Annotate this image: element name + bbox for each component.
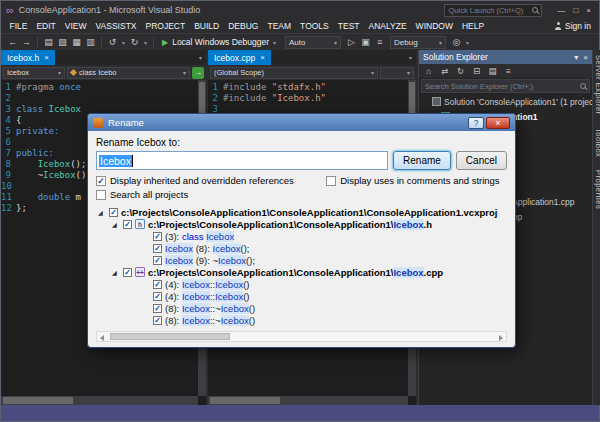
checkbox-box[interactable]: ✓ [153,280,162,289]
reference-row[interactable]: ✓ (4): Icebox::Icebox() [96,278,507,290]
navigate-forward-icon[interactable]: → [20,37,33,47]
horizontal-scrollbar[interactable] [208,396,408,405]
save-icon[interactable]: ▦ [70,37,83,47]
properties-icon[interactable]: ≡ [503,66,514,76]
debug-combo[interactable]: Debug ▾ [390,36,446,49]
menu-item[interactable]: FILE [5,21,32,31]
checkbox-box[interactable]: ✓ [153,244,162,253]
reference-row[interactable]: ✓ (8): Icebox::~Icebox() [96,302,507,314]
tab-icebox-h[interactable]: Icebox.h × [1,50,55,65]
pane-menu-icon[interactable]: ▾ [199,50,206,65]
menu-item[interactable]: TEST [333,21,364,31]
dialog-close-button[interactable]: × [486,117,510,129]
dialog-title-bar[interactable]: Rename ? × [88,114,515,131]
reference-row[interactable]: ✓ Icebox (8): Icebox(); [96,242,507,254]
menu-item[interactable]: VASSISTX [91,21,141,31]
rename-input[interactable]: Icebox [96,151,388,170]
reference-row[interactable]: ✓ (3): class Icebox [96,230,507,242]
menu-item[interactable]: TOOLS [296,21,334,31]
switch-views-icon[interactable]: ⇄ [439,66,450,76]
refresh-icon[interactable]: ↻ [455,66,466,76]
checkbox-box[interactable]: ✓ [153,316,162,325]
checkbox-box[interactable] [96,190,106,200]
pane-menu-icon[interactable]: ▾ [409,50,416,65]
quick-launch-input[interactable]: Quick Launch (Ctrl+Q) [444,4,542,17]
menu-item[interactable]: DEBUG [224,21,263,31]
breakpoints-icon[interactable]: ▣ [359,37,372,47]
window-position-icon[interactable]: ▾ [574,53,578,62]
output-icon[interactable]: ≡ [373,37,386,47]
menu-item[interactable]: HELP [457,21,488,31]
scroll-left-icon[interactable] [100,335,104,341]
close-button[interactable]: × [586,6,591,15]
menu-item[interactable]: PROJECT [141,21,190,31]
help-button[interactable]: ? [468,117,484,129]
menu-item[interactable]: ANALYZE [364,21,411,31]
expander-icon[interactable]: ◢ [112,221,120,228]
rename-button[interactable]: Rename [393,151,451,170]
title-bar[interactable]: ∞ ConsoleApplication1 - Microsoft Visual… [1,1,599,19]
checkbox-box[interactable]: ✓ [153,256,162,265]
sign-in-button[interactable]: Sign in [554,21,595,31]
checkbox[interactable]: ✓ Display inherited and overridden refer… [96,175,326,186]
close-icon[interactable]: × [583,53,588,62]
step-over-icon[interactable]: ▷ [345,37,358,47]
tool-window-tab[interactable]: Properties [594,170,600,209]
save-all-icon[interactable]: ▥ [84,37,97,47]
checkbox[interactable]: Display uses in comments and strings [326,175,507,186]
home-icon[interactable]: ⌂ [423,66,434,76]
tab-icebox-cpp[interactable]: Icebox.cpp × [208,50,271,65]
checkbox-box[interactable]: ✓ [123,268,132,277]
close-tab-icon[interactable]: × [44,53,49,62]
solution-explorer-search-input[interactable]: Search Solution Explorer (Ctrl+;) [421,79,590,93]
checkbox-box[interactable]: ✓ [153,292,162,301]
expander-icon[interactable]: ◢ [98,209,106,216]
collapse-all-icon[interactable]: ⊟ [471,66,482,76]
checkbox[interactable]: Search all projects [96,189,507,200]
horizontal-scrollbar[interactable] [1,396,198,405]
navigate-backward-icon[interactable]: ← [6,37,19,47]
checkbox-box[interactable]: ✓ [153,304,162,313]
checkbox-box[interactable]: ✓ [109,208,118,217]
definition-dropdown[interactable]: class Icebo ▾ [67,67,190,79]
context-dropdown[interactable]: Icebox ▾ [3,67,65,79]
find-icon[interactable]: ◎ [450,37,463,47]
scrollbar-thumb[interactable] [110,333,230,340]
solution-explorer-header[interactable]: Solution Explorer ▾ × [419,50,592,64]
open-file-icon[interactable]: ▧ [56,37,69,47]
undo-dropdown-icon[interactable]: ▾ [120,39,127,46]
close-tab-icon[interactable]: × [260,53,265,62]
scroll-right-icon[interactable] [499,335,503,341]
checkbox-box[interactable]: ✓ [96,176,106,186]
reference-row[interactable]: ✓ (4): Icebox::Icebox() [96,290,507,302]
tool-window-tab[interactable]: Toolbox [594,128,600,157]
undo-icon[interactable]: ↺ [106,37,119,47]
tool-window-tab[interactable]: Server Explorer [594,55,600,115]
scope-dropdown[interactable]: (Global Scope) ▾ [210,67,378,79]
horizontal-scrollbar[interactable] [96,331,507,342]
menu-item[interactable]: VIEW [60,21,91,31]
checkbox-box[interactable]: ✓ [123,220,132,229]
checkbox-box[interactable] [326,176,336,186]
menu-item[interactable]: EDIT [32,21,60,31]
maximize-button[interactable]: □ [573,6,578,15]
new-file-icon[interactable]: ▤ [42,37,55,47]
reference-row[interactable]: ✓ (8): Icebox::~Icebox() [96,314,507,326]
reference-row[interactable]: ◢ ✓ h c:\Projects\ConsoleApplication1\Co… [96,218,507,230]
tree-item[interactable]: Solution 'ConsoleApplication1' (1 projec… [419,94,592,109]
show-all-files-icon[interactable]: ▤ [487,66,498,76]
reference-row[interactable]: ◢ ✓ c:\Projects\ConsoleApplication1\Cons… [96,206,507,218]
menu-item[interactable]: BUILD [190,21,224,31]
auto-combo[interactable]: Auto ▾ [285,36,341,49]
member-dropdown[interactable]: ▾ [380,67,414,79]
reference-row[interactable]: ◢ ✓ ++ c:\Projects\ConsoleApplication1\C… [96,266,507,278]
start-debug-button[interactable]: ▶ Local Windows Debugger ▾ [157,37,281,47]
find-dropdown-icon[interactable]: ▾ [464,39,471,46]
cancel-button[interactable]: Cancel [456,151,507,170]
reference-row[interactable]: ✓ Icebox (9): ~Icebox(); [96,254,507,266]
goto-button[interactable]: → [192,67,204,79]
menu-item[interactable]: TEAM [263,21,296,31]
checkbox-box[interactable]: ✓ [153,232,162,241]
redo-dropdown-icon[interactable]: ▾ [142,39,149,46]
menu-item[interactable]: WINDOW [411,21,457,31]
